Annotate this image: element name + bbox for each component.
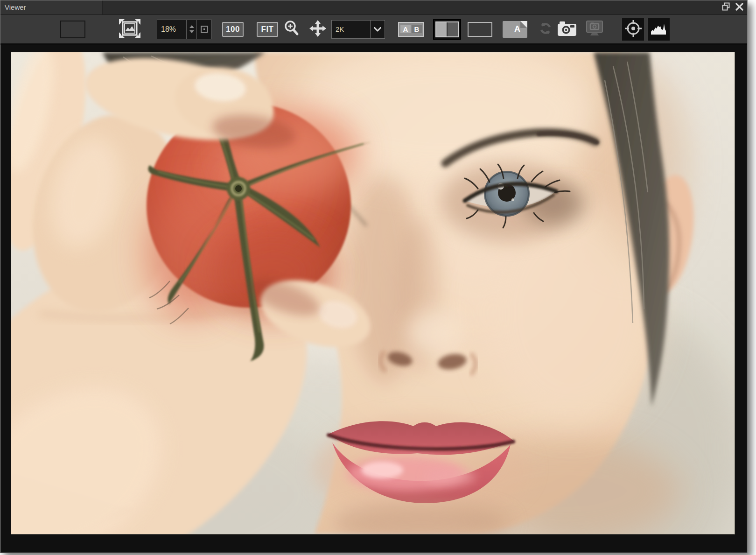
vertical-split-icon <box>435 21 459 37</box>
spinner-down-icon <box>189 30 194 33</box>
chevron-down-icon <box>370 21 385 38</box>
a-overlay-button[interactable]: A <box>503 21 527 38</box>
horizontal-split-button[interactable] <box>468 22 492 37</box>
checkerboard-background-button[interactable] <box>91 19 112 40</box>
window-title: Viewer <box>5 3 26 11</box>
titlebar[interactable]: Viewer <box>0 0 747 15</box>
viewer-toolbar: 18% 100 FIT <box>0 15 747 45</box>
pixel-probe-button[interactable] <box>622 18 644 41</box>
refresh-icon <box>538 21 553 38</box>
zoom-percentage-field[interactable]: 18% <box>157 20 186 39</box>
pan-button[interactable] <box>309 20 327 39</box>
crosshair-icon <box>624 19 643 40</box>
resolution-value: 2K <box>332 21 370 38</box>
zoom-spinner[interactable] <box>186 20 196 39</box>
zoom-control: 18% <box>157 20 212 39</box>
snapshot-image-icon <box>119 19 141 40</box>
screen-capture-icon <box>586 20 603 39</box>
close-button[interactable] <box>734 2 744 13</box>
fit-button[interactable]: FIT <box>257 22 278 37</box>
ab-b-label: B <box>412 25 422 33</box>
snapshot-image-button[interactable] <box>119 19 141 40</box>
resolution-dropdown[interactable]: 2K <box>331 20 385 39</box>
zoom-100-button[interactable]: 100 <box>222 22 244 37</box>
zoom-reset-icon <box>201 26 208 33</box>
float-window-button[interactable] <box>721 2 731 13</box>
ab-compare-button[interactable]: A B <box>398 22 424 37</box>
camera-snapshot-button[interactable] <box>557 21 577 38</box>
close-icon <box>735 3 743 13</box>
float-window-icon <box>722 2 730 13</box>
zoom-in-button[interactable] <box>283 20 301 39</box>
ab-a-label: A <box>400 25 411 33</box>
spinner-up-icon <box>189 25 194 28</box>
zoom-reset-button[interactable] <box>196 20 211 39</box>
refresh-button[interactable] <box>538 21 553 38</box>
viewer-canvas[interactable] <box>1 45 747 552</box>
viewed-image[interactable] <box>11 52 735 534</box>
rgb-channels-button[interactable] <box>60 21 85 38</box>
pan-icon <box>309 20 327 39</box>
histogram-icon <box>650 21 668 37</box>
viewer-window: Viewer <box>0 0 748 553</box>
vertical-split-button[interactable] <box>433 19 461 40</box>
screen-capture-button[interactable] <box>586 20 603 39</box>
histogram-button[interactable] <box>647 18 670 41</box>
zoom-in-icon <box>283 20 300 39</box>
camera-icon <box>557 21 577 38</box>
